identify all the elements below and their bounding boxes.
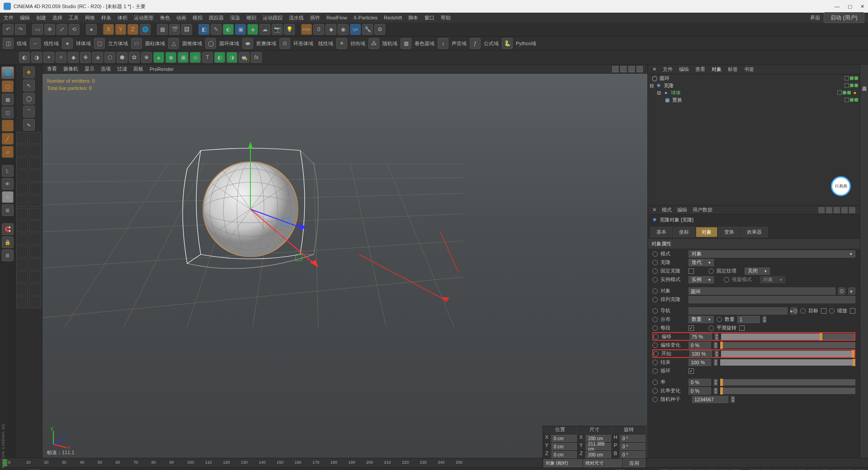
rate-spinner[interactable]: ▴▾	[714, 379, 717, 385]
menu-mograph[interactable]: 运动图形	[134, 14, 154, 21]
vp-filter[interactable]: 过滤	[117, 66, 127, 72]
field-cylinder[interactable]: 圆柱体域	[143, 40, 167, 47]
palette-slot[interactable]	[29, 157, 41, 169]
xt-7[interactable]: ⬡	[104, 52, 115, 63]
fixtex-dropdown[interactable]: 关闭	[745, 268, 770, 275]
tree-item-sphere[interactable]: 球体	[671, 89, 681, 96]
field-icon-1[interactable]: ↔	[30, 38, 41, 49]
xt-19[interactable]: fx	[251, 52, 262, 63]
menu-realflow[interactable]: RealFlow	[326, 15, 347, 20]
object-clear-icon[interactable]: ▸	[848, 287, 855, 295]
layer-toggle[interactable]	[844, 76, 849, 80]
end-spinner[interactable]: ▴▾	[714, 359, 717, 366]
size-y-field[interactable]: 211.388 cm	[586, 443, 611, 450]
select-tool[interactable]: ▭	[32, 24, 43, 35]
field-radial[interactable]: 径向域	[349, 40, 367, 47]
mode-dropdown[interactable]: 对象	[689, 250, 855, 258]
recent-tool[interactable]: ●	[86, 24, 97, 35]
generator-button[interactable]: ▣	[235, 24, 246, 35]
ratevar-slider[interactable]	[720, 388, 855, 394]
pos-z-field[interactable]: 0 cm	[552, 451, 577, 458]
nurbs-button[interactable]: ◐	[223, 24, 234, 35]
start-slider[interactable]	[721, 351, 854, 357]
field-icon-2[interactable]: ●	[62, 38, 73, 49]
primitive-cube-button[interactable]: ◧	[198, 24, 209, 35]
count-spinner[interactable]: ▴▾	[763, 316, 766, 323]
menu-file[interactable]: 文件	[4, 14, 14, 21]
vp-panel[interactable]: 面板	[133, 66, 143, 72]
tab-effectors[interactable]: 效果器	[741, 227, 768, 237]
anim-dot[interactable]	[800, 308, 806, 314]
coord-apply-button[interactable]: 应用	[623, 459, 646, 467]
field-icon-13[interactable]: ♪	[438, 38, 448, 49]
attr-menu-icon[interactable]	[849, 207, 855, 213]
anim-dot[interactable]	[708, 268, 714, 274]
palette-slot[interactable]	[16, 284, 28, 296]
menu-volume[interactable]: 体积	[118, 14, 127, 21]
anim-dot[interactable]	[652, 388, 658, 394]
anim-dot[interactable]	[652, 368, 658, 374]
attr-lock-icon[interactable]	[841, 207, 848, 213]
tree-item-torus[interactable]: 圆环	[660, 75, 670, 82]
redo-button[interactable]: ↷	[15, 24, 26, 35]
palette-slot[interactable]	[29, 208, 41, 220]
xt-9[interactable]: ✿	[129, 52, 140, 63]
vp-display[interactable]: 显示	[85, 66, 94, 72]
anim-dot[interactable]	[653, 351, 659, 357]
field-shader[interactable]: 着色器域	[413, 40, 436, 47]
anim-dot[interactable]	[652, 397, 658, 402]
deformer-button[interactable]: ◈	[247, 24, 258, 35]
vis-render[interactable]	[854, 76, 858, 80]
xt-5[interactable]: ❖	[80, 52, 91, 63]
tree-expand-icon[interactable]: ⊟	[650, 83, 654, 89]
move-tool[interactable]: ✥	[44, 24, 55, 35]
palette-slot[interactable]	[29, 183, 41, 194]
palette-slot[interactable]	[16, 208, 28, 220]
tree-item-cloner[interactable]: 克隆	[664, 82, 674, 89]
menu-help[interactable]: 帮助	[441, 14, 451, 21]
xt-15[interactable]: T	[202, 52, 213, 63]
attr-edit[interactable]: 编辑	[677, 207, 687, 213]
rail-pick-icon[interactable]: ▸⊙	[790, 307, 797, 315]
attr-nav-fwd[interactable]	[826, 207, 832, 213]
anim-dot[interactable]	[652, 277, 658, 282]
scale-checkbox[interactable]	[850, 308, 855, 314]
vp-nav-2[interactable]	[620, 66, 627, 72]
picture-viewer-button[interactable]: 🖼	[181, 24, 192, 35]
rot-h-field[interactable]: 0 °	[620, 435, 646, 442]
axis-z-toggle[interactable]: Z	[127, 24, 138, 35]
vp-nav-4[interactable]	[637, 66, 643, 72]
palette-slot[interactable]	[29, 246, 41, 258]
palette-slot[interactable]	[29, 258, 41, 270]
rate-slider[interactable]	[720, 379, 855, 385]
anim-dot[interactable]	[652, 308, 658, 314]
minimize-button[interactable]: —	[835, 4, 840, 9]
start-spinner[interactable]: ▴▾	[715, 351, 718, 357]
om-tab-view[interactable]: 查看	[695, 66, 705, 73]
arrange-field[interactable]	[689, 296, 855, 303]
palette-slot[interactable]	[16, 271, 28, 283]
anim-dot[interactable]	[717, 317, 722, 322]
vp-nav-1[interactable]	[612, 66, 618, 72]
rot-b-field[interactable]: 0 °	[620, 451, 646, 458]
xt-3[interactable]: ✧	[56, 52, 66, 63]
anim-dot[interactable]	[652, 260, 658, 265]
axis-toggle[interactable]: L	[2, 165, 14, 177]
target-checkbox[interactable]	[821, 308, 826, 314]
palette-slot[interactable]	[29, 233, 41, 245]
tab-transform[interactable]: 变换	[718, 227, 740, 237]
layer-toggle[interactable]	[837, 90, 842, 95]
rail-field[interactable]	[689, 307, 788, 315]
menu-character[interactable]: 角色	[160, 14, 170, 21]
tree-item-displacer[interactable]: 置换	[672, 97, 682, 103]
anim-dot[interactable]	[724, 277, 729, 282]
om-tab-objects[interactable]: 对象	[712, 66, 722, 73]
anim-dot[interactable]	[652, 380, 658, 385]
misc-tool-4[interactable]: ⚙	[374, 24, 385, 35]
field-torus[interactable]: 圆环体域	[217, 40, 241, 47]
render-view-button[interactable]: ▦	[157, 24, 168, 35]
palette-slot[interactable]	[16, 258, 28, 270]
field-random[interactable]: 随机域	[381, 40, 399, 47]
size-z-field[interactable]: 200 cm	[586, 451, 611, 458]
anim-dot[interactable]	[652, 288, 658, 294]
